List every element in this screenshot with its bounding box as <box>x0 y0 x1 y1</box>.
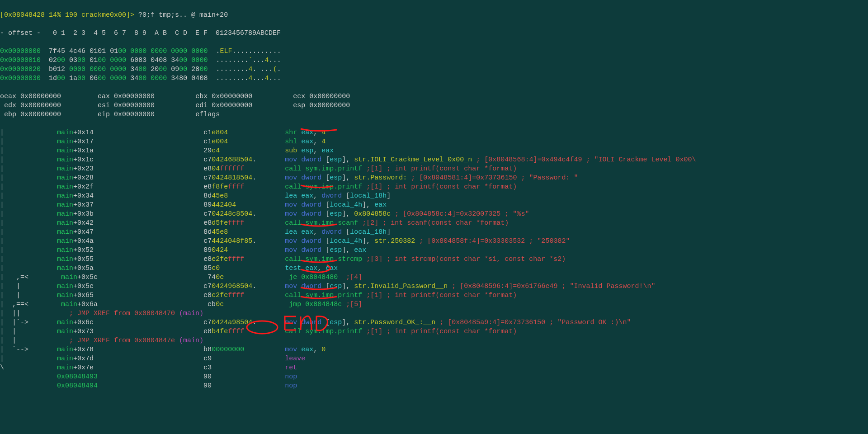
hex-row: 0x00000010 0200 0300 0100 0000 6083 0408… <box>0 56 868 65</box>
disasm-row: | main+0x2f e8f8feffff call sym.imp.prin… <box>0 183 868 192</box>
terminal[interactable]: [0x08048428 14% 190 crackme0x00]> ?0;f t… <box>0 0 868 400</box>
hex-row: 0x00000020 b012 0000 0000 0000 3400 2000… <box>0 65 868 74</box>
disasm-row: | ,=< main+0x5c 740e je 0x8048480 ;[4] <box>0 273 868 282</box>
disasm-row: | `--> main+0x78 b800000000 mov eax, 0 <box>0 345 868 354</box>
disasm-row: | | ; JMP XREF from 0x0804847e (main) <box>0 336 868 345</box>
disasm-row: | main+0x7d c9 leave <box>0 354 868 363</box>
reg-row: oeax 0x00000000 eax 0x00000000 ebx 0x000… <box>0 92 868 101</box>
disasm-row: | main+0x47 8d45e8 lea eax, dword [local… <box>0 228 868 237</box>
disasm-row: | main+0x34 8d45e8 lea eax, dword [local… <box>0 192 868 201</box>
hex-row: 0x00000000 7f45 4c46 0101 0100 0000 0000… <box>0 47 868 56</box>
disasm-row: | |`-> main+0x6c c70424a98504. mov dword… <box>0 318 868 327</box>
disasm-row: | main+0x37 89442404 mov dword [local_4h… <box>0 201 868 210</box>
disasm-row: | main+0x3b c704248c8504. mov dword [esp… <box>0 210 868 219</box>
prompt-line[interactable]: [0x08048428 14% 190 crackme0x00]> ?0;f t… <box>0 11 868 20</box>
prompt-pct: 14% <box>45 11 61 19</box>
disasm-row: | main+0x4a c74424048f85. mov dword [loc… <box>0 237 868 246</box>
disasm-row: | main+0x55 e8e2feffff call sym.imp.strc… <box>0 255 868 264</box>
disasm-row: | || ; JMP XREF from 0x08048470 (main) <box>0 309 868 318</box>
prompt-name: crackme0x00]> <box>77 11 134 19</box>
disasm-row: | main+0x52 890424 mov dword [esp], eax <box>0 246 868 255</box>
disasm-row: | | main+0x73 e8b4feffff call sym.imp.pr… <box>0 327 868 336</box>
disasm-row: 0x08048493 90 nop <box>0 373 868 382</box>
disasm-row: | main+0x42 e8d5feffff call sym.imp.scan… <box>0 219 868 228</box>
prompt-cmd[interactable]: ?0;f tmp;s.. @ main+20 <box>134 11 228 19</box>
disasm-row: \ main+0x7e c3 ret <box>0 363 868 373</box>
disasm-row: | ,==< main+0x6a eb0c jmp 0x804848c ;[5] <box>0 300 868 309</box>
disasm-row: | main+0x28 c70424818504. mov dword [esp… <box>0 174 868 183</box>
disasm-row: | main+0x23 e804ffffff call sym.imp.prin… <box>0 165 868 174</box>
disasm-row: | main+0x14 c1e804 shr eax, 4 <box>0 128 868 137</box>
disasm-row: | main+0x5a 85c0 test eax, eax <box>0 264 868 273</box>
disasm-row: | main+0x1a 29c4 sub esp, eax <box>0 146 868 156</box>
disasm-row: | main+0x17 c1e004 shl eax, 4 <box>0 137 868 146</box>
hex-header: - offset - 0 1 2 3 4 5 6 7 8 9 A B C D E… <box>0 29 868 38</box>
prompt-addr: [0x08048428 <box>0 11 45 19</box>
reg-row: edx 0x00000000 esi 0x00000000 edi 0x0000… <box>0 101 868 110</box>
hex-row: 0x00000030 1d00 1a00 0600 0000 3400 0000… <box>0 74 868 83</box>
disasm-row: | | main+0x5e c70424968504. mov dword [e… <box>0 282 868 291</box>
prompt-num: 190 <box>61 11 77 19</box>
disasm-row: 0x08048494 90 nop <box>0 382 868 391</box>
disasm-row: | main+0x1c c70424688504. mov dword [esp… <box>0 156 868 165</box>
disasm-row: | | main+0x65 e8c2feffff call sym.imp.pr… <box>0 291 868 300</box>
reg-row: ebp 0x00000000 eip 0x00000000 eflags <box>0 110 868 119</box>
